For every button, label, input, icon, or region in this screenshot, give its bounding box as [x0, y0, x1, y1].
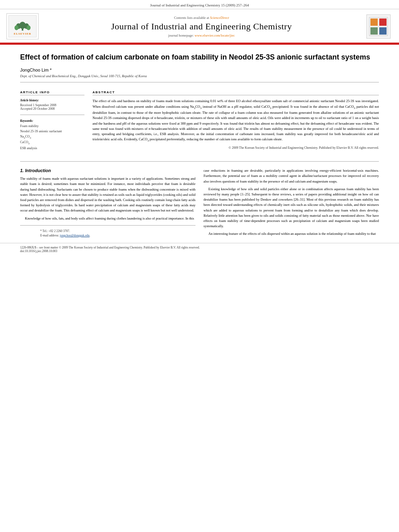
article-authors: JongChoo Lim * — [20, 68, 379, 72]
content-right-column: case reductions in foaming are desirable… — [204, 168, 379, 240]
abstract-copyright: © 2009 The Korean Society of Industrial … — [93, 146, 379, 150]
intro-body-text-right: case reductions in foaming are desirable… — [204, 168, 379, 236]
abstract-paragraph: The effect of oils and hardness on stabi… — [93, 99, 379, 143]
footnote-email: E-mail address: jongchoo@dongguk.edu. — [40, 233, 175, 238]
right-para-3: An interesting feature of the effects of… — [204, 231, 379, 236]
svg-rect-7 — [370, 18, 378, 26]
abstract-column: ABSTRACT The effect of oils and hardness… — [93, 90, 379, 155]
svg-rect-10 — [379, 27, 387, 35]
article-history-group: Article history: Received 1 September 20… — [20, 99, 84, 111]
footnote-tel: * Tel.: +82 2 2260 3707. — [40, 229, 175, 233]
intro-section-title: 1. Introduction — [20, 168, 195, 173]
intro-para-2: Knowledge of how oils, fats, and body so… — [20, 216, 195, 221]
footnote-email-value[interactable]: jongchoo@dongguk.edu — [60, 234, 90, 237]
elsevier-brand-text: ELSEVIER — [14, 32, 31, 35]
main-content: 1. Introduction The stability of foams m… — [0, 168, 399, 240]
article-info-column: ARTICLE INFO Article history: Received 1… — [20, 90, 84, 155]
bottom-issn: 1226-086X/$ – see front matter © 2009 Th… — [20, 246, 379, 249]
abstract-text: The effect of oils and hardness on stabi… — [93, 99, 379, 150]
history-label: Article history: — [20, 99, 84, 102]
journal-homepage: journal homepage: www.elsevier.com/locat… — [39, 33, 364, 37]
page-container: Journal of Industrial and Engineering Ch… — [0, 0, 399, 532]
keyword-2: Neodol 25-3S anionic surfactant — [20, 129, 84, 134]
journal-title-heading: Journal of Industrial and Engineering Ch… — [39, 21, 364, 32]
journal-homepage-link[interactable]: www.elsevier.com/locate/jiec — [195, 33, 235, 37]
journal-center: Contents lists available at ScienceDirec… — [39, 16, 364, 37]
keywords-label: Keywords: — [20, 119, 84, 123]
journal-citation: Journal of Industrial and Engineering Ch… — [150, 3, 249, 7]
abstract-label: ABSTRACT — [93, 90, 379, 95]
elsevier-logo: ELSEVIER — [6, 13, 39, 39]
keyword-5: ESB analysis — [20, 146, 84, 151]
bottom-copyright-bar: 1226-086X/$ – see front matter © 2009 Th… — [0, 243, 399, 255]
intro-para-1: The stability of foams made with aqueous… — [20, 176, 195, 213]
right-para-2: Existing knowledge of how oils and solid… — [204, 187, 379, 229]
content-left-column: 1. Introduction The stability of foams m… — [20, 168, 195, 240]
svg-point-4 — [14, 25, 19, 30]
info-divider — [20, 115, 84, 115]
journal-right-logo — [364, 14, 393, 39]
article-info-label: ARTICLE INFO — [20, 90, 84, 95]
article-title-section: Effect of formation of calcium carbonate… — [0, 45, 399, 90]
svg-rect-8 — [379, 18, 387, 26]
article-info-abstract-section: ARTICLE INFO Article history: Received 1… — [0, 90, 399, 155]
right-para-1: case reductions in foaming are desirable… — [204, 168, 379, 184]
keywords-group: Keywords: Foam stability Neodol 25-3S an… — [20, 119, 84, 151]
svg-point-5 — [27, 25, 31, 30]
footnote-section: * Tel.: +82 2 2260 3707. E-mail address:… — [20, 225, 195, 240]
elsevier-tree-icon — [12, 17, 33, 31]
article-divider — [20, 82, 379, 82]
sciencedirect-note: Contents lists available at ScienceDirec… — [39, 16, 364, 20]
keyword-3: Na2CO3 — [20, 134, 84, 140]
journal-top-bar: Journal of Industrial and Engineering Ch… — [0, 0, 399, 9]
keyword-4: CaCO3 — [20, 140, 84, 146]
bottom-doi: doi:10.1016/j.jiec.2008.10.003 — [20, 249, 379, 253]
article-title: Effect of formation of calcium carbonate… — [20, 53, 379, 62]
keyword-1: Foam stability — [20, 124, 84, 129]
sciencedirect-link[interactable]: ScienceDirect — [210, 16, 229, 20]
svg-rect-9 — [370, 27, 378, 35]
bottom-header-divider — [20, 161, 379, 162]
article-affiliation: Dept. of Chemical and Biochemical Eng., … — [20, 74, 379, 78]
intro-body-text-left: The stability of foams made with aqueous… — [20, 176, 195, 221]
journal-header: ELSEVIER Contents lists available at Sci… — [0, 9, 399, 43]
journal-right-logo-box — [366, 14, 391, 39]
keywords-list: Foam stability Neodol 25-3S anionic surf… — [20, 124, 84, 151]
received-date: Received 1 September 2008 — [20, 103, 84, 107]
accepted-date: Accepted 20 October 2008 — [20, 107, 84, 111]
journal-logo-icon — [368, 16, 389, 37]
